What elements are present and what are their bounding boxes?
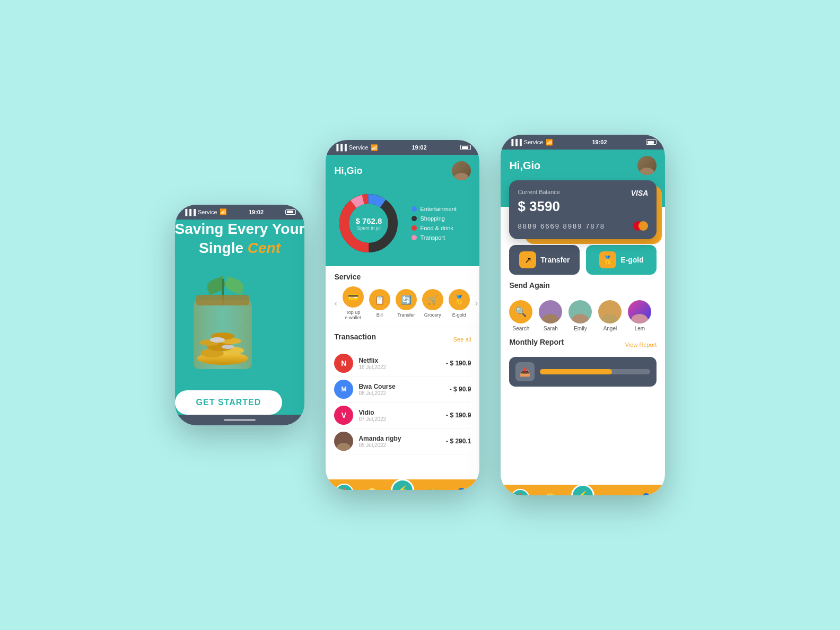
netflix-date: 18 Jul,2022 xyxy=(358,364,441,370)
battery-icon-phone1 xyxy=(285,209,296,215)
monthly-report-title: Monthly Report xyxy=(509,338,564,346)
dashboard-header: Hi,Gio xyxy=(326,155,479,189)
legend-label-transport: Transport xyxy=(420,234,445,241)
legend-shopping: Shopping xyxy=(412,215,456,222)
service-prev-arrow[interactable]: ‹ xyxy=(334,299,337,308)
netflix-info: Netflix 18 Jul,2022 xyxy=(358,357,441,370)
emily-avatar-icon xyxy=(568,300,592,323)
svg-point-17 xyxy=(340,435,347,442)
svg-point-19 xyxy=(643,159,651,168)
egold-button[interactable]: 🥇 E-gold xyxy=(586,245,657,275)
nav-qr-phone3[interactable]: ⚡ xyxy=(571,484,594,495)
nav-wallet-phone2[interactable]: 💵 xyxy=(424,484,443,490)
search-contact-label: Search xyxy=(513,326,530,331)
bill-icon: 📋 xyxy=(369,289,390,310)
coins-illustration xyxy=(175,268,270,374)
amanda-icon xyxy=(334,432,353,451)
grocery-label: Grocery xyxy=(424,312,441,318)
nav-explore-phone3[interactable]: 🧭 xyxy=(541,489,560,495)
transaction-amanda: Amanda rigby 05 Jul,2022 - $ 290.1 xyxy=(334,428,471,454)
transaction-section: Transaction See all N Netflix 18 Jul,202… xyxy=(326,327,479,460)
chart-amount: $ 762.8 xyxy=(355,216,382,225)
nav-home-phone3[interactable]: 🏠 xyxy=(511,489,530,495)
battery-icon-phone3 xyxy=(646,139,657,145)
service-item-bill[interactable]: 📋 Bill xyxy=(369,289,390,318)
transfer-btn-label: Transfer xyxy=(540,256,570,264)
nav-profile-phone2[interactable]: 👤 xyxy=(452,484,471,490)
wifi-icon-3: 📶 xyxy=(546,139,553,146)
report-bar-fill xyxy=(540,369,611,374)
get-started-button[interactable]: GET STARTED xyxy=(175,390,283,415)
home-indicator-bar-phone1 xyxy=(175,415,305,425)
credit-card-main[interactable]: Current Balance $ 3590 VISA 8889 6669 89… xyxy=(509,180,657,239)
dashboard-greeting: Hi,Gio xyxy=(334,165,362,177)
legend-entertainment: Entertainment xyxy=(412,206,456,212)
transaction-bwa: M Bwa Course 08 Jul,2022 - $ 90.9 xyxy=(334,377,471,402)
view-report-button[interactable]: View Report xyxy=(625,342,657,348)
svg-point-11 xyxy=(457,164,466,173)
topup-icon: 💳 xyxy=(343,286,364,308)
phone-welcome: ▐▐▐ Service 📶 19:02 Saving Every Your Si… xyxy=(175,205,305,426)
monthly-report-section: Monthly Report View Report 📥 xyxy=(501,338,665,387)
service-item-grocery[interactable]: 🛒 Grocery xyxy=(422,289,443,318)
transfer-button[interactable]: ↗ Transfer xyxy=(509,245,580,275)
egold-btn-label: E-gold xyxy=(620,256,644,264)
transaction-vidio: V Vidio 07 Jul,2022 - $ 190.9 xyxy=(334,402,471,428)
bottom-nav-phone2: 🏠 🧭 ⚡ 💵 👤 xyxy=(326,479,479,490)
svg-point-23 xyxy=(575,303,585,314)
egold-btn-icon: 🥇 xyxy=(599,251,616,268)
nav-home-phone2[interactable]: 🏠 xyxy=(335,484,354,490)
see-all-button[interactable]: See all xyxy=(453,336,471,343)
vidio-name: Vidio xyxy=(358,409,441,416)
nav-explore-phone2[interactable]: 🧭 xyxy=(363,484,382,490)
lem-avatar-icon xyxy=(628,300,651,323)
transfer-btn-icon: ↗ xyxy=(519,251,536,268)
bwa-date: 08 Jul,2022 xyxy=(358,390,444,396)
nav-wallet-phone3[interactable]: 💵 xyxy=(606,489,625,495)
service-item-topup[interactable]: 💳 Top upe-wallet xyxy=(343,286,364,320)
welcome-screen: Saving Every Your Single Cent xyxy=(175,220,305,415)
service-item-transfer[interactable]: 🔄 Transfer xyxy=(396,289,417,318)
signal-bars-icon-3: ▐▐▐ xyxy=(509,139,521,145)
time-phone2: 19:02 xyxy=(412,144,426,151)
amanda-date: 05 Jul,2022 xyxy=(358,442,441,448)
egold-icon: 🥇 xyxy=(449,289,470,310)
service-next-arrow[interactable]: › xyxy=(475,299,478,308)
angel-avatar-icon xyxy=(598,300,622,323)
report-bar-wrapper: 📥 xyxy=(509,357,657,387)
nav-qr-phone2[interactable]: ⚡ xyxy=(391,479,414,490)
sarah-label: Sarah xyxy=(544,326,558,331)
sarah-avatar-icon xyxy=(539,300,562,323)
svg-point-27 xyxy=(634,303,645,314)
contact-search[interactable]: 🔍 Search xyxy=(509,300,532,331)
legend-label-entertainment: Entertainment xyxy=(420,206,456,212)
user-avatar-phone2[interactable] xyxy=(452,161,471,180)
lem-label: Lem xyxy=(635,326,645,331)
bwa-info: Bwa Course 08 Jul,2022 xyxy=(358,383,444,396)
status-bar-phone2: ▐▐▐ Service 📶 19:02 xyxy=(326,140,479,155)
chart-sub: Spent in jul xyxy=(355,225,382,231)
donut-chart: $ 762.8 Spent in jul xyxy=(334,189,403,258)
phone-home: ▐▐▐ Service 📶 19:02 Hi,Gio xyxy=(501,135,665,495)
transaction-title: Transaction xyxy=(334,332,376,341)
user-avatar-phone3[interactable] xyxy=(637,156,657,175)
svg-point-22 xyxy=(542,314,559,323)
service-icons-row: ‹ 💳 Top upe-wallet 📋 Bill 🔄 Transfer xyxy=(334,286,471,320)
service-title: Service xyxy=(334,273,471,281)
contact-angel[interactable]: Angel xyxy=(598,300,622,331)
avatar-icon-3 xyxy=(637,156,657,175)
contact-emily[interactable]: Emily xyxy=(568,300,592,331)
legend-label-shopping: Shopping xyxy=(420,215,445,222)
nav-profile-phone3[interactable]: 👤 xyxy=(636,489,655,495)
topup-label: Top upe-wallet xyxy=(345,310,361,320)
card-balance-amount: $ 3590 xyxy=(518,198,560,215)
amanda-name: Amanda rigby xyxy=(358,435,441,442)
mc-circle-yellow xyxy=(638,221,648,231)
signal-bars-icon: ▐▐▐ xyxy=(183,209,196,215)
legend-dot-shopping xyxy=(412,216,417,221)
transaction-header: Transaction See all xyxy=(334,332,471,346)
service-item-egold[interactable]: 🥇 E-gold xyxy=(449,289,470,318)
contact-sarah[interactable]: Sarah xyxy=(539,300,562,331)
contact-lem[interactable]: Lem xyxy=(628,300,651,331)
legend-food: Food & drink xyxy=(412,225,456,231)
